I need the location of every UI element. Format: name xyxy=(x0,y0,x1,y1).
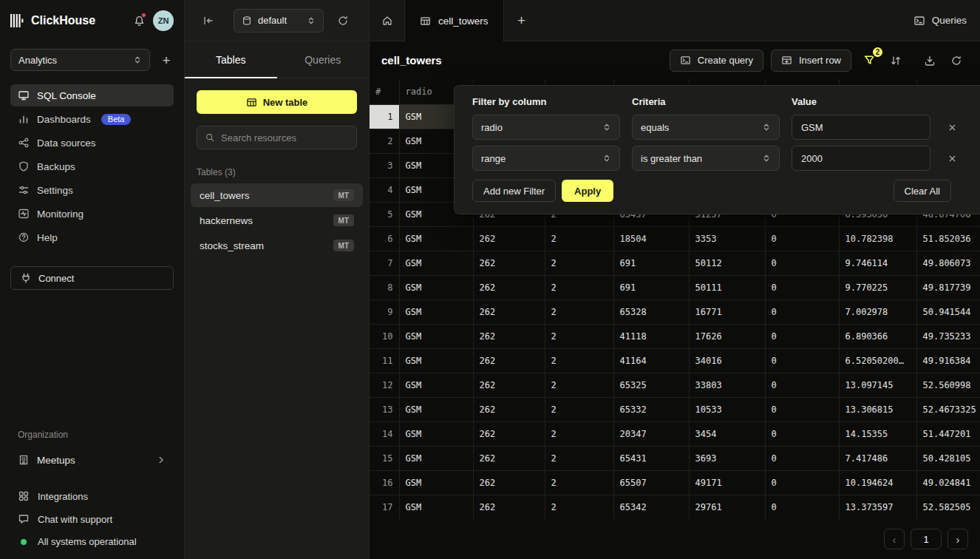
cell[interactable]: 3353 xyxy=(689,226,765,251)
cell[interactable]: 65328 xyxy=(613,299,689,324)
cell[interactable]: 65507 xyxy=(613,470,689,495)
row-number-cell[interactable]: 3 xyxy=(370,153,399,177)
cell[interactable]: 2 xyxy=(545,275,613,299)
cell[interactable]: 0 xyxy=(765,348,839,373)
cell[interactable]: 29761 xyxy=(689,495,765,519)
cell[interactable]: 41118 xyxy=(613,324,689,348)
filter-column-select[interactable]: range xyxy=(472,146,620,171)
home-tab[interactable] xyxy=(370,0,405,41)
cell[interactable]: 49.024841 xyxy=(916,470,980,495)
sidebar-item-settings[interactable]: Settings xyxy=(10,179,174,201)
export-button[interactable] xyxy=(918,49,942,72)
sidebar-item-dashboards[interactable]: Dashboards Beta xyxy=(10,108,174,130)
row-number-cell[interactable]: 12 xyxy=(370,373,399,397)
search-input[interactable] xyxy=(221,132,349,143)
row-number-cell[interactable]: 10 xyxy=(370,324,399,348)
workspace-selector[interactable]: Analytics xyxy=(10,49,150,71)
cell[interactable]: 10.194624 xyxy=(839,470,916,495)
cell[interactable]: 7.417486 xyxy=(839,446,916,470)
cell[interactable]: 52.560998 xyxy=(916,373,980,397)
tab-queries[interactable]: Queries xyxy=(277,41,370,78)
cell[interactable]: 49.806073 xyxy=(916,251,980,275)
row-number-cell[interactable]: 5 xyxy=(370,202,399,226)
cell[interactable]: 262 xyxy=(473,324,545,348)
cell[interactable]: 262 xyxy=(473,275,545,299)
sidebar-item-data-sources[interactable]: Data sources xyxy=(10,132,174,154)
cell[interactable]: 3693 xyxy=(689,446,765,470)
cell[interactable]: 33803 xyxy=(689,373,765,397)
cell[interactable]: 2 xyxy=(545,495,613,519)
row-number-cell[interactable]: 7 xyxy=(370,251,399,275)
cell[interactable]: 2 xyxy=(545,251,613,275)
cell[interactable]: 262 xyxy=(473,421,545,446)
cell[interactable]: 0 xyxy=(765,251,839,275)
queries-button[interactable]: Queries xyxy=(900,0,980,41)
cell[interactable]: 6.890366 xyxy=(839,324,916,348)
cell[interactable]: 691 xyxy=(613,275,689,299)
apply-filter-button[interactable]: Apply xyxy=(562,180,613,202)
cell-radio[interactable]: GSM xyxy=(399,421,473,446)
cell[interactable]: 262 xyxy=(473,299,545,324)
cell[interactable]: 52.4673325 xyxy=(916,397,980,421)
cell[interactable]: 262 xyxy=(473,397,545,421)
sidebar-item-sql-console[interactable]: SQL Console xyxy=(10,84,174,106)
cell[interactable]: 50111 xyxy=(689,275,765,299)
cell[interactable]: 0 xyxy=(765,495,839,519)
remove-filter-icon[interactable] xyxy=(947,154,957,163)
connect-button[interactable]: Connect xyxy=(10,266,174,290)
refresh-tables-icon[interactable] xyxy=(337,15,349,27)
cell[interactable]: 49171 xyxy=(689,470,765,495)
tab-tables[interactable]: Tables xyxy=(185,41,277,78)
next-page-button[interactable]: › xyxy=(947,529,968,549)
create-query-button[interactable]: Create query xyxy=(670,50,763,72)
row-number-cell[interactable]: 16 xyxy=(370,470,399,495)
cell[interactable]: 65342 xyxy=(613,495,689,519)
table-list-item-cell-towers[interactable]: cell_towers MT xyxy=(191,183,363,207)
sidebar-item-backups[interactable]: Backups xyxy=(10,155,174,177)
cell[interactable]: 262 xyxy=(473,446,545,470)
cell[interactable]: 0 xyxy=(765,373,839,397)
cell[interactable]: 50.941544 xyxy=(916,299,980,324)
remove-filter-icon[interactable] xyxy=(947,123,957,132)
cell[interactable]: 65431 xyxy=(613,446,689,470)
refresh-button[interactable] xyxy=(945,49,968,72)
row-number-cell[interactable]: 17 xyxy=(370,495,399,519)
cell[interactable]: 691 xyxy=(613,251,689,275)
collapse-panel-icon[interactable] xyxy=(203,15,214,27)
clear-all-button[interactable]: Clear All xyxy=(894,180,951,202)
add-filter-button[interactable]: Add new Filter xyxy=(472,180,556,202)
cell[interactable]: 13.373597 xyxy=(839,495,916,519)
cell[interactable]: 0 xyxy=(765,397,839,421)
cell[interactable]: 52.582505 xyxy=(916,495,980,519)
cell[interactable]: 50112 xyxy=(689,251,765,275)
cell-radio[interactable]: GSM xyxy=(399,324,473,348)
sort-button[interactable] xyxy=(884,49,908,72)
notifications-bell-icon[interactable] xyxy=(131,15,147,27)
cell[interactable]: 7.002978 xyxy=(839,299,916,324)
cell[interactable]: 0 xyxy=(765,299,839,324)
filter-value-input[interactable] xyxy=(792,115,930,140)
cell[interactable]: 2 xyxy=(545,226,613,251)
tab-cell-towers[interactable]: cell_towers xyxy=(405,0,504,41)
row-number-cell[interactable]: 15 xyxy=(370,446,399,470)
cell[interactable]: 262 xyxy=(473,251,545,275)
cell-radio[interactable]: GSM xyxy=(399,495,473,519)
cell[interactable]: 13.097145 xyxy=(839,373,916,397)
cell[interactable]: 17626 xyxy=(689,324,765,348)
avatar[interactable]: ZN xyxy=(153,10,174,31)
filter-button[interactable]: 2 xyxy=(857,49,881,72)
cell[interactable]: 2 xyxy=(545,348,613,373)
cell-radio[interactable]: GSM xyxy=(399,397,473,421)
add-workspace-button[interactable]: + xyxy=(159,53,174,67)
cell[interactable]: 2 xyxy=(545,324,613,348)
cell[interactable]: 2 xyxy=(545,421,613,446)
cell[interactable]: 0 xyxy=(765,446,839,470)
cell[interactable]: 0 xyxy=(765,275,839,299)
database-selector[interactable]: default xyxy=(234,9,324,33)
cell[interactable]: 50.428105 xyxy=(916,446,980,470)
cell[interactable]: 49.916384 xyxy=(916,348,980,373)
sidebar-item-meetups[interactable]: Meetups xyxy=(10,449,174,471)
cell[interactable]: 16771 xyxy=(689,299,765,324)
row-number-cell[interactable]: 6 xyxy=(370,226,399,251)
cell-radio[interactable]: GSM xyxy=(399,299,473,324)
